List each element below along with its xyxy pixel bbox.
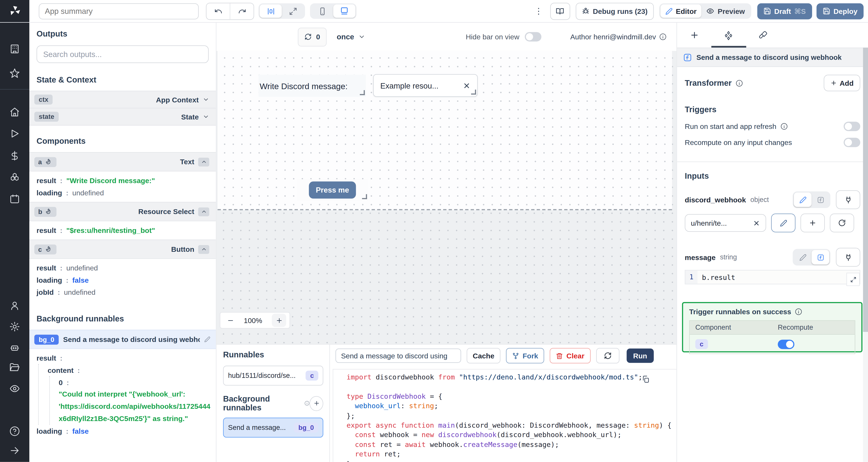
press-me-button[interactable]: Press me (309, 182, 356, 199)
home-icon[interactable] (9, 107, 20, 117)
tab-preview[interactable]: Preview (702, 4, 750, 18)
favorites-star-icon[interactable] (9, 68, 20, 78)
zoom-out-icon[interactable] (227, 317, 234, 324)
run-on-start-toggle[interactable] (844, 122, 860, 131)
code-block[interactable]: import discordwebhook from "https://deno… (347, 372, 677, 462)
add-resource-button[interactable] (801, 213, 825, 232)
workspace-icon[interactable] (9, 44, 20, 54)
script-name-input[interactable] (336, 349, 461, 363)
workers-robot-icon[interactable] (9, 342, 20, 353)
help-icon[interactable] (9, 426, 20, 436)
edit-resource-button[interactable] (771, 213, 796, 232)
audit-eye-icon[interactable] (9, 383, 20, 394)
bg0-row[interactable]: bg_0 Send a message to discord using web… (29, 330, 216, 349)
clear-button[interactable]: Clear (550, 348, 591, 363)
info-icon[interactable] (735, 79, 743, 87)
refresh-resource-button[interactable] (830, 213, 854, 232)
info-icon[interactable] (780, 123, 787, 130)
deploy-button[interactable]: Deploy (816, 3, 864, 19)
clear-x-icon[interactable] (753, 219, 760, 227)
component-c-row[interactable]: c Button (29, 239, 216, 259)
refresh-count-button[interactable]: 0 (298, 27, 327, 46)
users-icon[interactable] (9, 300, 20, 311)
state-row[interactable]: state State (29, 108, 216, 126)
value: false (72, 427, 89, 435)
tab-editor[interactable]: Editor (660, 4, 702, 18)
resource-picker[interactable]: u/henri/te... (685, 214, 766, 232)
runnable-item[interactable]: hub/1511/discord/se... c (223, 366, 323, 386)
right-panel-scrollbar-thumb[interactable] (863, 47, 868, 332)
runs-play-icon[interactable] (9, 128, 20, 139)
connect-input-button[interactable] (836, 248, 860, 267)
add-background-runnable-button[interactable] (310, 396, 323, 410)
folders-icon[interactable] (9, 362, 20, 373)
ctx-row[interactable]: ctx App Context (29, 91, 216, 108)
edit-icon[interactable] (204, 336, 210, 342)
mobile-view-button[interactable] (311, 4, 333, 18)
resources-cubes-icon[interactable] (9, 172, 20, 183)
success-recompute-toggle[interactable] (778, 339, 795, 349)
settings-gear-icon[interactable] (9, 322, 20, 332)
fork-button[interactable]: Fork (506, 348, 544, 363)
text-component[interactable]: Write Discord message: (258, 75, 366, 97)
connect-input-button[interactable] (836, 190, 860, 209)
code-editor[interactable]: import discordwebhook from "https://deno… (333, 369, 677, 462)
full-width-layout-button[interactable] (282, 4, 304, 18)
zoom-in-button[interactable] (272, 314, 286, 327)
redo-button[interactable] (230, 3, 253, 19)
app-canvas[interactable]: Write Discord message: Example resou... … (216, 51, 676, 344)
reload-script-button[interactable] (596, 348, 619, 363)
tab-component-settings[interactable] (711, 30, 746, 40)
expression-mode-button[interactable] (811, 193, 829, 207)
cache-button[interactable]: Cache (467, 348, 500, 363)
recompute-toggle[interactable] (844, 138, 860, 147)
resize-handle[interactable] (360, 90, 365, 95)
resize-handle[interactable] (362, 194, 367, 199)
search-outputs-input[interactable] (37, 45, 209, 63)
message-expression[interactable]: b.result (698, 270, 860, 284)
copy-icon[interactable] (642, 375, 650, 383)
component-b-row[interactable]: b Resource Select (29, 202, 216, 221)
static-mode-button[interactable] (794, 250, 811, 264)
center-layout-button[interactable] (259, 4, 282, 18)
component-c-badge[interactable]: c (34, 244, 56, 254)
docs-button[interactable] (550, 2, 570, 20)
tab-styling[interactable] (746, 31, 780, 40)
debug-runs-button[interactable]: Debug runs (23) (576, 2, 654, 20)
collapse-c-button[interactable] (198, 245, 209, 254)
undo-button[interactable] (207, 3, 230, 19)
component-a-row[interactable]: a Text (29, 152, 216, 171)
info-icon[interactable] (659, 33, 666, 40)
windmill-logo[interactable] (0, 0, 29, 22)
more-options-button[interactable]: ⋮ (533, 6, 544, 16)
run-button[interactable]: Run (626, 349, 654, 363)
message-expression-editor[interactable]: 1 b.result (685, 270, 860, 284)
collapse-b-button[interactable] (198, 207, 209, 216)
component-a-badge[interactable]: a (34, 157, 56, 167)
tab-add-component[interactable] (677, 31, 711, 40)
draft-button[interactable]: Draft ⌘S (757, 3, 812, 19)
add-transformer-button[interactable]: Add (824, 75, 860, 91)
resize-handle[interactable] (471, 90, 476, 95)
collapse-a-button[interactable] (198, 157, 209, 166)
info-icon[interactable] (795, 308, 802, 316)
collapse-sidebar-arrow-icon[interactable] (9, 446, 20, 456)
run-mode-select[interactable]: once (337, 33, 365, 41)
clear-x-icon[interactable] (463, 81, 471, 89)
pencil-icon (799, 254, 806, 261)
desktop-view-button[interactable] (333, 4, 355, 18)
variables-dollar-icon[interactable] (9, 151, 20, 161)
bg-runnable-item-selected[interactable]: Send a message... bg_0 (223, 418, 323, 437)
info-icon[interactable] (305, 401, 310, 406)
hide-bar-toggle[interactable] (525, 32, 541, 41)
static-mode-button[interactable] (794, 193, 811, 207)
chevron-down-icon[interactable] (203, 96, 209, 103)
component-b-badge[interactable]: b (34, 207, 57, 217)
schedules-calendar-icon[interactable] (9, 194, 20, 204)
expand-editor-button[interactable] (846, 273, 860, 286)
app-summary-input[interactable] (39, 3, 199, 19)
button-component[interactable]: Press me (297, 179, 368, 201)
expression-mode-button[interactable] (811, 250, 829, 264)
chevron-down-icon[interactable] (203, 113, 209, 120)
resource-select-component[interactable]: Example resou... (373, 74, 478, 97)
